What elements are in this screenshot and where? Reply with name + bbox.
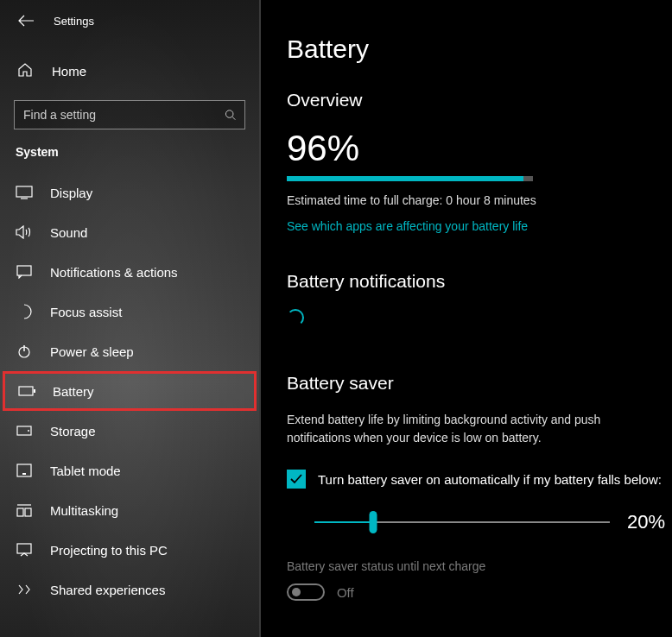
- loading-spinner-icon: [287, 309, 304, 326]
- sidebar-item-label: Sound: [50, 225, 87, 240]
- battery-saver-section: Battery saver Extend battery life by lim…: [287, 373, 672, 601]
- settings-sidebar: Settings Home System Display Sound: [0, 0, 261, 637]
- battery-progress-fill: [287, 176, 523, 181]
- notifications-title: Battery notifications: [287, 271, 672, 292]
- svg-rect-7: [19, 387, 33, 395]
- saver-checkbox[interactable]: [287, 470, 306, 489]
- display-icon: [16, 185, 33, 200]
- home-icon: [17, 62, 35, 79]
- saver-slider[interactable]: [314, 521, 610, 523]
- sidebar-item-shared[interactable]: Shared experiences: [0, 570, 259, 609]
- sidebar-item-tablet[interactable]: Tablet mode: [0, 451, 259, 490]
- saver-checkbox-row[interactable]: Turn battery saver on automatically if m…: [287, 470, 672, 489]
- page-title: Battery: [287, 35, 672, 64]
- sidebar-item-notifications[interactable]: Notifications & actions: [0, 252, 259, 292]
- battery-progress-bar: [287, 176, 533, 181]
- svg-rect-15: [25, 508, 31, 516]
- search-input[interactable]: [23, 108, 225, 122]
- saver-description: Extend battery life by limiting backgrou…: [287, 411, 641, 447]
- sidebar-item-label: Focus assist: [50, 305, 122, 319]
- sidebar-item-label: Power & sleep: [50, 344, 134, 359]
- svg-rect-14: [17, 508, 23, 516]
- tablet-icon: [16, 463, 33, 478]
- svg-rect-16: [17, 544, 31, 553]
- search-box[interactable]: [14, 100, 245, 129]
- home-label: Home: [52, 64, 86, 79]
- sidebar-item-label: Projecting to this PC: [50, 543, 168, 558]
- back-button[interactable]: [17, 12, 35, 29]
- sidebar-item-label: Display: [50, 186, 92, 200]
- saver-checkbox-label: Turn battery saver on automatically if m…: [318, 472, 662, 487]
- projecting-icon: [16, 542, 33, 558]
- focus-icon: [16, 304, 33, 319]
- battery-percent: 96%: [287, 128, 672, 169]
- svg-point-10: [28, 430, 29, 432]
- battery-icon: [18, 383, 35, 399]
- sidebar-item-battery[interactable]: Battery: [3, 371, 257, 411]
- sidebar-item-power[interactable]: Power & sleep: [0, 331, 259, 371]
- svg-point-0: [225, 110, 233, 118]
- slider-value-label: 20%: [627, 511, 665, 533]
- main-content: Battery Overview 96% Estimated time to f…: [261, 0, 672, 637]
- svg-rect-2: [16, 186, 32, 197]
- section-header: System: [0, 145, 259, 159]
- sound-icon: [16, 224, 33, 240]
- toggle-knob: [292, 588, 301, 596]
- sidebar-item-sound[interactable]: Sound: [0, 212, 259, 252]
- top-bar: Settings: [0, 0, 259, 41]
- status-until-charge-label: Battery saver status until next charge: [287, 559, 672, 573]
- power-icon: [16, 344, 33, 359]
- sidebar-item-label: Tablet mode: [50, 464, 121, 478]
- sidebar-item-label: Multitasking: [50, 503, 118, 518]
- overview-section: Overview 96% Estimated time to full char…: [287, 90, 672, 233]
- sidebar-item-label: Shared experiences: [50, 583, 165, 597]
- notifications-section: Battery notifications: [287, 271, 672, 326]
- svg-rect-4: [17, 266, 31, 275]
- slider-thumb[interactable]: [370, 511, 377, 533]
- toggle-state-label: Off: [337, 585, 354, 600]
- sidebar-item-multitasking[interactable]: Multitasking: [0, 490, 259, 530]
- sidebar-item-label: Battery: [53, 384, 94, 399]
- storage-icon: [16, 423, 33, 438]
- sidebar-item-label: Notifications & actions: [50, 265, 178, 280]
- overview-title: Overview: [287, 90, 672, 110]
- sidebar-item-storage[interactable]: Storage: [0, 411, 259, 451]
- estimate-text: Estimated time to full charge: 0 hour 8 …: [287, 193, 672, 207]
- apps-affecting-link[interactable]: See which apps are affecting your batter…: [287, 219, 672, 233]
- app-title: Settings: [54, 15, 94, 28]
- svg-rect-12: [22, 473, 26, 475]
- notifications-icon: [16, 264, 33, 280]
- home-nav[interactable]: Home: [0, 54, 259, 88]
- sidebar-item-focus[interactable]: Focus assist: [0, 292, 259, 331]
- sidebar-item-projecting[interactable]: Projecting to this PC: [0, 530, 259, 570]
- saver-status-toggle[interactable]: [287, 583, 325, 601]
- multitasking-icon: [16, 502, 33, 518]
- slider-fill: [314, 521, 373, 523]
- svg-line-1: [232, 117, 235, 119]
- shared-icon: [16, 582, 33, 597]
- search-icon: [225, 109, 236, 121]
- checkmark-icon: [290, 474, 302, 484]
- svg-rect-8: [34, 389, 35, 393]
- saver-title: Battery saver: [287, 373, 672, 394]
- saver-slider-row: 20%: [287, 511, 672, 533]
- back-arrow-icon: [18, 15, 34, 27]
- saver-toggle-row: Off: [287, 583, 672, 601]
- sidebar-item-display[interactable]: Display: [0, 173, 259, 212]
- sidebar-item-label: Storage: [50, 424, 96, 438]
